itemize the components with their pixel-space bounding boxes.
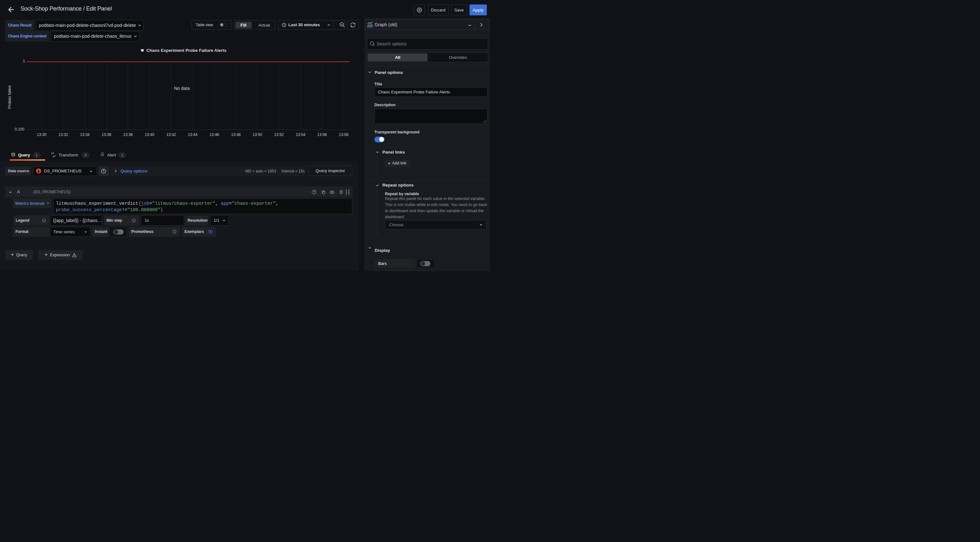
svg-text:13:44: 13:44: [188, 133, 197, 137]
svg-text:13:56: 13:56: [317, 133, 327, 137]
svg-text:13:30: 13:30: [37, 133, 46, 137]
svg-text:1: 1: [23, 59, 25, 63]
svg-text:No data: No data: [174, 86, 189, 91]
svg-text:13:50: 13:50: [252, 133, 262, 137]
svg-text:13:52: 13:52: [274, 133, 284, 137]
svg-text:0.100: 0.100: [15, 127, 24, 132]
svg-text:13:58: 13:58: [339, 133, 348, 137]
svg-text:13:32: 13:32: [58, 133, 68, 137]
svg-text:13:38: 13:38: [123, 133, 133, 137]
svg-text:13:54: 13:54: [296, 133, 305, 137]
svg-text:13:46: 13:46: [210, 133, 219, 137]
svg-text:13:40: 13:40: [145, 133, 154, 137]
svg-text:13:34: 13:34: [80, 133, 90, 137]
svg-text:13:36: 13:36: [102, 133, 111, 137]
svg-text:13:48: 13:48: [231, 133, 240, 137]
svg-text:13:42: 13:42: [166, 133, 176, 137]
